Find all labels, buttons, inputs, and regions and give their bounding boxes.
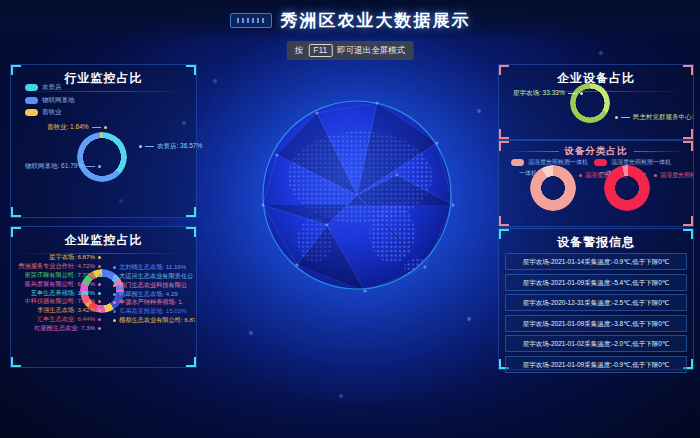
donut-label: 振兴发展有限公司: 6.87% bbox=[25, 280, 101, 289]
enterprise-left-labels: 星宇农场: 6.87% 秀洲服务专业合作社: 4.72% 家荣庄稼有限公司: 7… bbox=[15, 253, 101, 333]
donut-label: 李强生态农场: 3.42% bbox=[37, 306, 101, 315]
page-title: 秀洲区农业大数据展示 bbox=[281, 9, 471, 32]
legend-label: 农资店 bbox=[42, 83, 62, 92]
alarm-row: 星宇农场-2021-01-09采集温度:-3.8℃,低于下限0℃ bbox=[505, 315, 687, 332]
donut-label: 农资店: 36.57% bbox=[139, 142, 202, 151]
donut-label: 大运河生态农业有限责任公 bbox=[113, 272, 193, 281]
donut-label: 汇丰生态农业: 6.44% bbox=[37, 315, 101, 324]
classification-donut-right[interactable] bbox=[604, 165, 650, 211]
donut-label: 五丰生态养殖场: 1.72% bbox=[31, 289, 101, 298]
legend-item[interactable]: 畜牧业 bbox=[25, 108, 75, 117]
legend-swatch bbox=[594, 159, 607, 166]
fullscreen-hint: 按 F11 即可退出全屏模式 bbox=[287, 41, 414, 60]
panel-alarm-info: 设备警报信息 星宇农场-2021-01-14采集温度:-0.9℃,低于下限0℃ … bbox=[498, 228, 694, 370]
legend-swatch bbox=[511, 159, 524, 166]
hint-suffix: 即可退出全屏模式 bbox=[337, 45, 405, 57]
donut-label: 丰源水产特种养殖场: 1. bbox=[113, 298, 183, 307]
donut-label: 榴都生态农业有限公司: 6.87 bbox=[113, 316, 195, 325]
alarm-row: 星宇农场-2020-12-31采集温度:-2.5℃,低于下限0℃ bbox=[505, 294, 687, 311]
donut-label: 北刘钱生态农场: 11.16% bbox=[113, 263, 186, 272]
section-device-classification: 设备分类占比 温湿度光照检测一体机 一体机产品1 温湿度光照检测一→ 温湿度光照… bbox=[498, 140, 694, 227]
legend-item[interactable]: 农资店 bbox=[25, 83, 75, 92]
alarm-panel-title: 设备警报信息 bbox=[499, 234, 693, 251]
legend-swatch bbox=[25, 97, 38, 104]
legend-label: 畜牧业 bbox=[42, 108, 62, 117]
panel-industry-monitor: 行业监控占比 农资店 物联网基地 畜牧业 畜牧业: 1.64% 农资店: 36.… bbox=[10, 64, 197, 218]
alarm-row: 星宇农场-2021-01-09采集温度:-5.4℃,低于下限0℃ bbox=[505, 274, 687, 291]
panel-enterprise-monitor: 企业监控占比 星宇农场: 6.87% 秀洲服务专业合作社: 4.72% 家荣庄稼… bbox=[10, 226, 197, 368]
industry-legend: 农资店 物联网基地 畜牧业 bbox=[25, 83, 75, 117]
classification-title: 设备分类占比 bbox=[499, 141, 693, 158]
hint-prefix: 按 bbox=[295, 45, 304, 57]
donut-label: 星宇农场: 33.33% bbox=[513, 89, 583, 98]
header-bar: 秀洲区农业大数据展示 bbox=[0, 0, 700, 40]
donut-label: 瓜果蔬菜园基地: 15.02% bbox=[113, 307, 187, 316]
donut-label: 畜牧业: 1.64% bbox=[47, 123, 107, 132]
donut-label: 陶门生态农业科技有限公 bbox=[113, 281, 187, 290]
alarm-row: 星宇农场-2021-01-02采集温度:-2.0℃,低于下限0℃ bbox=[505, 335, 687, 352]
legend-swatch bbox=[25, 84, 38, 91]
donut-label: 秀洲服务专业合作社: 4.72% bbox=[18, 262, 101, 271]
alarm-list: 星宇农场-2021-01-14采集温度:-0.9℃,低于下限0℃ 星宇农场-20… bbox=[499, 253, 693, 373]
industry-donut-chart[interactable] bbox=[77, 132, 127, 182]
donut-label: 温湿度光照检→ bbox=[654, 171, 694, 180]
donut-label: 星宇农场: 6.87% bbox=[49, 253, 101, 262]
donut-label: 民主村党群服务中心: bbox=[615, 113, 693, 122]
classification-donut-left[interactable] bbox=[530, 165, 576, 211]
enterprise-right-labels: 北刘钱生态农场: 11.16% 大运河生态农业有限责任公 陶门生态农业科技有限公… bbox=[113, 263, 195, 325]
alarm-row: 星宇农场-2021-01-09采集温度:-0.9℃,低于下限0℃ bbox=[505, 356, 687, 373]
donut-label: 中科仪器有限公司: 7.29% bbox=[25, 297, 101, 306]
legend-swatch bbox=[25, 109, 38, 116]
logo-badge bbox=[230, 13, 272, 28]
legend-label: 物联网基地 bbox=[42, 96, 75, 105]
donut-label: 红菱园生态农业: 7.3% bbox=[34, 324, 101, 333]
alarm-row: 星宇农场-2021-01-14采集温度:-0.9℃,低于下限0℃ bbox=[505, 253, 687, 270]
globe-visualization bbox=[257, 95, 457, 295]
legend-item[interactable]: 物联网基地 bbox=[25, 96, 75, 105]
donut-label: 家荣庄稼有限公司: 7.72% bbox=[25, 271, 101, 280]
f11-key-badge: F11 bbox=[308, 44, 332, 57]
donut-label: 物联网基地: 61.79% bbox=[25, 162, 101, 171]
donut-label: 鸣翠园生态农场: 4.29 bbox=[113, 290, 178, 299]
enterprise-panel-title: 企业监控占比 bbox=[11, 232, 196, 249]
panel-device-ratio: 企业设备占比 星宇农场: 33.33% 民主村党群服务中心: bbox=[498, 64, 694, 140]
